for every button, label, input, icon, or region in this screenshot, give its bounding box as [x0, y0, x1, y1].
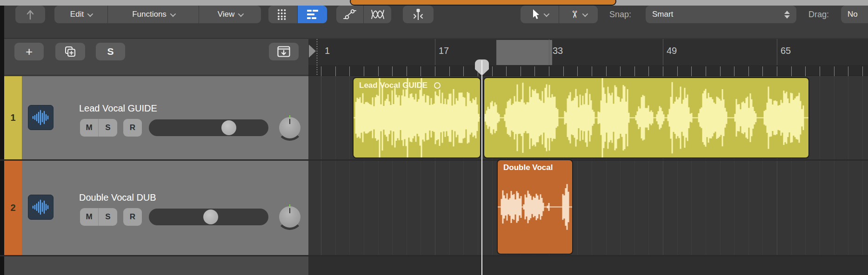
solo-button[interactable]: S: [99, 208, 117, 226]
track-divider: [0, 159, 868, 161]
grid-line: [335, 77, 336, 275]
record-enable-button[interactable]: R: [123, 208, 142, 226]
pan-knob[interactable]: [277, 204, 303, 230]
automation-button[interactable]: [336, 6, 364, 23]
left-click-tool-menu[interactable]: [521, 6, 559, 23]
track-header-options-button[interactable]: [269, 43, 299, 60]
track-icon[interactable]: [28, 105, 53, 130]
record-enable-button[interactable]: R: [123, 119, 142, 137]
region-loop-indicator[interactable]: [434, 82, 441, 89]
plus-icon: +: [26, 45, 33, 59]
ruler-tick: [549, 66, 549, 76]
window-left-edge: [0, 6, 4, 275]
waveform-graphic: [498, 160, 572, 254]
list-view-button[interactable]: [298, 6, 327, 23]
track-header-2[interactable]: 2 Double Vocal DUB M S R: [4, 161, 308, 255]
audio-waveform-icon: [32, 199, 50, 215]
ruler-tick: [421, 66, 421, 76]
pointer-tool-icon: [532, 9, 540, 20]
add-track-button[interactable]: +: [14, 43, 44, 60]
midi-draw-button[interactable]: [364, 6, 391, 23]
ruler-tick: [762, 66, 763, 76]
chevron-down-icon: [582, 11, 588, 17]
menu-view-label: View: [218, 10, 235, 19]
mute-button[interactable]: M: [80, 208, 99, 226]
global-solo-button[interactable]: S: [96, 43, 125, 60]
audio-waveform-icon: [32, 110, 50, 125]
ruler-tick: [791, 66, 792, 76]
track-name[interactable]: Double Vocal DUB: [79, 192, 156, 203]
ruler-tick: [834, 66, 835, 76]
ruler-bar-number: 1: [325, 46, 330, 56]
drag-value: No: [848, 10, 858, 19]
solo-button[interactable]: S: [99, 119, 117, 137]
playhead-line: [481, 70, 482, 275]
ruler-tick: [435, 66, 435, 76]
menu-edit[interactable]: Edit: [54, 6, 108, 23]
menu-functions[interactable]: Functions: [108, 6, 199, 23]
chevron-down-icon: [87, 11, 93, 17]
menu-functions-label: Functions: [132, 10, 167, 19]
back-button[interactable]: [15, 6, 45, 23]
ruler-tick: [677, 66, 678, 76]
grid-view-button[interactable]: [268, 6, 298, 23]
grid-icon: [277, 8, 289, 20]
pan-pointer: [289, 119, 290, 124]
audio-region-double-vocal[interactable]: Double Vocal: [497, 159, 573, 255]
ruler-bar-line: [663, 39, 663, 65]
track-list-empty: [4, 255, 308, 275]
track-color-strip[interactable]: 1: [4, 76, 22, 159]
tool-menus: ✂: [521, 6, 598, 23]
menu-edit-label: Edit: [70, 10, 84, 19]
lcd-display-edge: [350, 0, 616, 6]
track-msr-controls: M S R: [80, 119, 142, 137]
bar-ruler[interactable]: 117334965: [308, 39, 868, 65]
duplicate-track-button[interactable]: [55, 43, 85, 60]
ruler-tick: [634, 66, 635, 76]
local-menu-bar: Edit Functions View: [54, 6, 261, 23]
grid-line: [820, 77, 820, 275]
ruler-tick: [492, 66, 493, 76]
ruler-tick: [577, 66, 578, 76]
cycle-region[interactable]: [496, 40, 552, 65]
ruler-tick: [691, 66, 692, 76]
audio-region-lead-vocal-guide[interactable]: Lead Vocal GUIDE: [353, 77, 481, 158]
grid-line: [321, 77, 321, 275]
track-number: 2: [10, 203, 15, 213]
volume-slider-thumb[interactable]: [203, 210, 218, 224]
command-click-tool-menu[interactable]: ✂: [559, 6, 598, 23]
track-header-1[interactable]: 1 Lead Vocal GUIDE M S R: [4, 76, 308, 159]
grid-line: [848, 77, 848, 275]
ruler-tick: [734, 66, 734, 76]
ruler-tick: [606, 66, 607, 76]
volume-slider[interactable]: [149, 119, 268, 136]
ruler-tick: [648, 66, 649, 76]
ruler-tick: [407, 66, 407, 76]
ruler-bar-line: [777, 39, 777, 65]
track-name[interactable]: Lead Vocal GUIDE: [79, 103, 157, 114]
snap-select[interactable]: Smart: [646, 6, 796, 23]
ruler-bar-number: 49: [667, 46, 677, 56]
menu-view[interactable]: View: [199, 6, 261, 23]
volume-slider-thumb[interactable]: [221, 120, 236, 135]
pan-knob[interactable]: [277, 115, 303, 141]
track-color-strip[interactable]: 2: [4, 161, 22, 255]
ruler-tick: [449, 66, 450, 76]
pan-center-tick: [289, 204, 290, 207]
playhead-handle[interactable]: [475, 59, 489, 76]
mute-button[interactable]: M: [80, 119, 99, 137]
drag-select[interactable]: No: [841, 6, 868, 23]
ruler-tick: [534, 66, 535, 76]
track-icon[interactable]: [28, 195, 53, 220]
ruler-tick: [335, 66, 336, 76]
pan-pointer: [289, 208, 290, 213]
up-arrow-icon: [25, 9, 35, 20]
ruler-tick-strip[interactable]: [308, 65, 868, 76]
arrange-area-empty[interactable]: [308, 255, 868, 275]
grid-line: [862, 77, 863, 275]
audio-region-lead-vocal-guide-right[interactable]: [483, 77, 809, 158]
ruler-tick: [463, 66, 464, 76]
volume-slider[interactable]: [149, 209, 268, 225]
flex-button[interactable]: [403, 6, 434, 23]
playback-start-marker[interactable]: [309, 45, 316, 58]
